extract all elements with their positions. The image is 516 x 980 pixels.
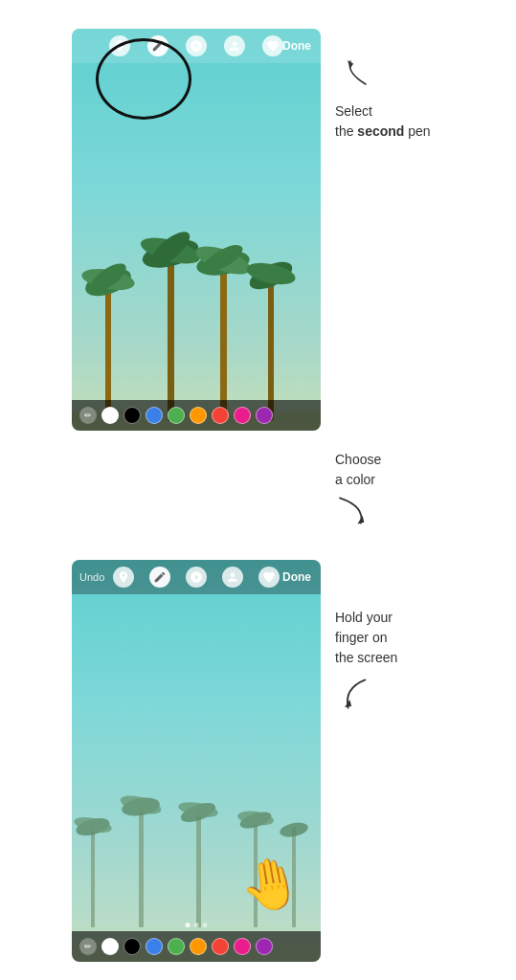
color-dot2-red[interactable] [212,938,229,955]
arrow-icon-3 [335,676,378,714]
color-dot2-black[interactable] [123,938,141,955]
color-dot2-green[interactable] [168,938,185,955]
arrow-icon-2 [335,494,378,527]
color-dot-pink[interactable] [234,407,251,424]
color-bar-2: ✏ [72,931,321,962]
color-dot-blue[interactable] [146,407,163,424]
annotation-section1: Select the second pen [321,29,516,142]
color-dot2-purple[interactable] [256,938,273,955]
pen-icon-1[interactable]: ✏ [79,407,97,424]
toolbar-2: Undo Done [72,560,321,594]
phone-mockup-1: Done [72,29,321,431]
annotation-text-2: Choose a color [335,450,516,490]
toolbar2-icon-4[interactable] [222,567,243,588]
toolbar-icon-4[interactable] [224,35,245,56]
hold-line3: the screen [335,650,397,665]
svg-rect-12 [268,273,274,421]
toolbar2-icon-3[interactable] [186,567,207,588]
annotation-bold: second [357,123,404,139]
done-button-2[interactable]: Done [282,570,311,584]
color-dot2-blue[interactable] [146,938,163,955]
toolbar2-icon-1[interactable] [113,567,134,588]
undo-button[interactable]: Undo [79,571,104,583]
color-dot-black[interactable] [123,407,141,424]
page-wrapper: Done [0,0,516,980]
svg-rect-18 [91,822,95,927]
arrow-icon-1 [335,57,373,96]
dot-3 [203,923,208,927]
color-dot-orange[interactable] [190,407,207,424]
annotation-line2: the second pen [335,123,431,139]
toolbar2-icon-2[interactable] [149,567,170,588]
annotation-text-1: Select the second pen [335,101,431,142]
svg-rect-8 [220,258,227,421]
phone-screen-1: Done [72,29,321,431]
hold-line1: Hold your [335,610,393,625]
annotation-text-3: Hold your finger on the screen [335,608,397,668]
svg-rect-4 [168,249,174,421]
color-bar-1: ✏ [72,400,321,431]
palm-trees-1 [72,220,321,431]
color-dot-green[interactable] [168,407,185,424]
svg-rect-21 [139,803,144,927]
choose-line1: Choose [335,452,381,467]
color-dot2-orange[interactable] [190,938,207,955]
section3: Undo Done [0,550,516,980]
pen-icon-2[interactable]: ✏ [79,938,97,955]
toolbar-icon-5[interactable] [262,35,283,56]
annotation-line1: Select [335,103,372,119]
dot-2 [194,923,199,927]
done-button-1[interactable]: Done [282,39,311,53]
choose-color-section: Choose a color [0,450,516,541]
dot-active [186,923,191,927]
section1: Done [0,19,516,450]
hand-emoji: 🤚 [235,851,306,919]
color-dot-white[interactable] [101,407,119,424]
hold-line2: finger on [335,630,387,645]
color-dot-red[interactable] [212,407,229,424]
color-dot2-pink[interactable] [234,938,251,955]
dots-indicator [186,923,208,927]
svg-point-31 [279,820,309,839]
choose-line2: a color [335,472,375,487]
phone-screen-2: Undo Done [72,560,321,962]
phone-mockup-2: Undo Done [72,560,321,962]
circle-annotation [96,38,191,120]
toolbar-icon-3[interactable] [186,35,207,56]
toolbar2-icon-5[interactable] [258,567,280,588]
color-dot2-white[interactable] [101,938,119,955]
svg-rect-24 [196,808,201,927]
annotation-section3: Hold your finger on the screen [321,560,516,714]
color-dot-purple[interactable] [256,407,273,424]
annotation-section2: Choose a color [321,450,516,541]
